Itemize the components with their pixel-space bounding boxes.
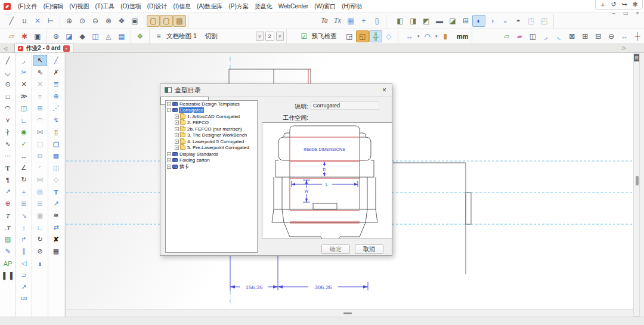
mirror-tool-icon[interactable]: ⋈ — [33, 126, 47, 138]
tree-item[interactable]: -Corrugated — [166, 107, 257, 114]
bridge-delete-icon[interactable]: ⊠ — [565, 30, 578, 42]
freehand-tool-icon[interactable]: ∿ — [1, 138, 15, 150]
select-tool-icon[interactable]: ↖ — [33, 55, 47, 66]
check-tool-icon[interactable]: ✓ — [17, 138, 31, 150]
scale-value[interactable]: 2 — [265, 32, 274, 41]
menu-item[interactable]: (E)编辑 — [41, 0, 66, 13]
cylinder-3d-tool-icon[interactable]: ◎ — [33, 186, 47, 197]
nick-remove-icon[interactable]: ⊖ — [605, 30, 618, 42]
tree-item[interactable]: +3. The Designer WorkBench — [166, 132, 257, 139]
fill-rotate-icon[interactable]: ◒ — [499, 15, 512, 27]
tree-item[interactable]: +1. ArtiosCAD Corrugated — [166, 113, 257, 120]
stair-tool-icon[interactable]: ∟ — [17, 114, 31, 126]
dialog-title-bar[interactable]: 盒型目录 × — [160, 84, 392, 97]
tree-item[interactable]: +2. FEFCO — [166, 120, 257, 126]
cross-delete-tool-icon[interactable]: ✗ — [49, 67, 63, 78]
ok-button[interactable]: 确定 — [321, 244, 350, 254]
attach-note-tool-icon[interactable]: ✎ — [1, 246, 15, 257]
dimension-wheel-tool-icon[interactable]: ⊕ — [1, 198, 15, 209]
dimension-text-icon[interactable]: Ta — [318, 15, 331, 27]
menu-item[interactable]: WebCenter — [275, 0, 311, 13]
expand-icon[interactable]: + — [175, 120, 179, 125]
menu-item[interactable]: (H)帮助 — [339, 0, 365, 13]
menu-item[interactable]: (T)工具 — [92, 0, 117, 13]
info-tool-icon[interactable]: i — [33, 258, 47, 269]
dialog-resize-grip[interactable]: ⋰ — [387, 250, 391, 255]
expand-icon[interactable]: + — [167, 165, 171, 169]
bridge-link-icon[interactable]: ⊞ — [578, 30, 592, 42]
construction-cross-icon[interactable]: ✕ — [31, 15, 44, 27]
contour-caret[interactable]: ▾ — [434, 34, 439, 39]
leader-arrow-tool-icon[interactable]: ↗ — [1, 186, 15, 197]
rotate-tool-icon[interactable]: ↻ — [17, 174, 31, 185]
arc-angle-tool-icon[interactable]: ◜ — [33, 162, 47, 174]
add-nick-icon[interactable]: ◞ — [539, 30, 552, 42]
menu-item[interactable]: (D)设计 — [144, 0, 171, 13]
nudge-tool-icon[interactable]: ↕ — [17, 222, 31, 233]
image-update-icon[interactable]: ◩ — [420, 15, 433, 27]
image-export-icon[interactable]: ◨ — [407, 15, 420, 27]
page-tool-icon[interactable]: ▯ — [49, 126, 63, 138]
angle-tool-icon[interactable]: ∠ — [17, 162, 31, 174]
tree-item[interactable]: +2b. FEFCO (nur metrisch) — [166, 126, 257, 132]
revision-history-icon[interactable]: ⊛ — [49, 30, 63, 42]
new-sheet-icon[interactable]: ▯ — [370, 15, 383, 27]
layout-grid-tool-icon[interactable]: ▦ — [49, 246, 63, 257]
close-window-icon[interactable]: × — [634, 10, 640, 16]
grid-display-icon[interactable]: ▦ — [344, 15, 357, 27]
overlap-group-icon[interactable]: ◳ — [525, 15, 538, 27]
image-add-icon[interactable]: ◧ — [394, 15, 407, 27]
tree-item[interactable]: +插卡 — [166, 163, 257, 170]
barcode-tool-icon[interactable]: ▌▐ — [1, 270, 15, 281]
counter-orange-icon[interactable]: ◱ — [356, 30, 369, 42]
mirror-copy-tool-icon[interactable]: ⋈ — [33, 174, 47, 185]
move-layer-tool-icon[interactable]: ↱ — [17, 234, 31, 245]
import-standard-icon[interactable]: ✱ — [18, 30, 31, 42]
tree-item[interactable]: +Display Standards — [166, 151, 257, 157]
counter-dark-icon[interactable]: ◲ — [343, 30, 356, 42]
direction-arrow-icon[interactable]: ↔ — [403, 30, 416, 42]
expand-icon[interactable]: + — [175, 140, 179, 144]
layers-icon[interactable]: ≡ — [152, 30, 165, 42]
preflight-check-icon[interactable]: ☑ — [298, 30, 311, 42]
panel-swap-tool-icon[interactable]: ◫ — [49, 162, 63, 174]
line-tool-icon[interactable]: ╱ — [5, 15, 18, 27]
zoom-previous-icon[interactable]: ⊙ — [76, 15, 89, 27]
plot-grid-icon[interactable]: ╬ — [369, 30, 382, 42]
window-tool-icon[interactable]: ◫ — [17, 103, 31, 114]
blank-size-a-icon[interactable]: ▢ — [147, 15, 160, 27]
tree-item[interactable]: +4. Laserpoint 5 Corrugated — [166, 138, 257, 145]
delete-all-tool-icon[interactable]: ✘ — [49, 234, 63, 245]
line-dimension-tool-icon[interactable]: ↗ — [17, 281, 31, 293]
delete-tool-icon[interactable]: ✕ — [33, 79, 47, 90]
scale-drop-left[interactable]: ∨ — [256, 32, 264, 41]
tab-close-button[interactable]: × — [63, 45, 70, 52]
line-tool-icon[interactable]: ╱ — [1, 55, 15, 66]
group-select-tool-icon[interactable]: ⇖ — [33, 67, 47, 78]
radius-tool-icon[interactable]: ◠ — [33, 114, 47, 126]
menu-item[interactable]: (O)选项 — [117, 0, 144, 13]
contour-tool-icon[interactable]: ◠ — [421, 30, 434, 42]
arc-end-tool-icon[interactable]: ◡ — [1, 67, 15, 78]
curve-split-tool-icon[interactable]: ⋎ — [1, 114, 15, 126]
convert-to-3d-icon[interactable]: ◪ — [63, 30, 76, 42]
menu-item[interactable]: (I)信息 — [171, 0, 194, 13]
wave-rule-tool-icon[interactable]: ≋ — [49, 210, 63, 221]
resize-tool-icon[interactable]: ↘ — [17, 210, 31, 221]
bridge-split-icon[interactable]: ⊟ — [592, 30, 605, 42]
expand-icon[interactable]: + — [167, 102, 171, 106]
arc-tool-icon[interactable]: ∪ — [18, 15, 31, 27]
menu-item[interactable]: 货盘化 — [252, 0, 275, 13]
standards-tree[interactable]: +Resizable Design Templates-Corrugated+1… — [165, 100, 258, 253]
tree-item[interactable]: +Resizable Design Templates — [166, 101, 257, 107]
text-3d-tool-icon[interactable]: T — [49, 186, 63, 197]
center-cross-icon[interactable]: + — [357, 15, 370, 27]
menu-item[interactable]: (W)窗口 — [311, 0, 339, 13]
restore-window-icon[interactable]: ▭ — [623, 10, 628, 16]
fillet-tool-icon[interactable]: ◞ — [17, 55, 31, 66]
horizontal-scrollbar-thumb[interactable] — [343, 312, 352, 314]
corner-tool-icon[interactable]: ∟ — [33, 222, 47, 233]
stack-tool-icon[interactable]: ⊟ — [33, 150, 47, 162]
dialog-close-icon[interactable]: × — [381, 86, 388, 94]
point-tool-icon[interactable]: ◉ — [17, 126, 31, 138]
